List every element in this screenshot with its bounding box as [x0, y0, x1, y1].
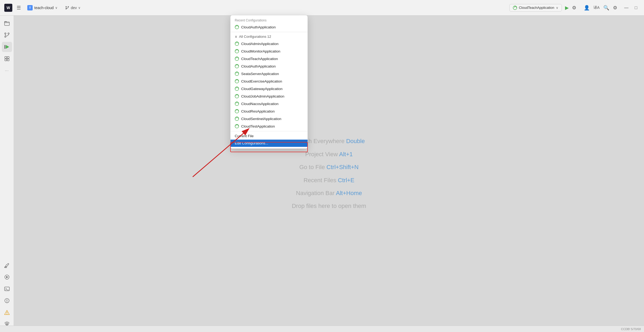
config-item-6[interactable]: CloudGatewayApplication [230, 85, 308, 92]
sidebar-item-git[interactable] [2, 30, 12, 40]
branch-name: dev [71, 6, 77, 10]
titlebar: W ☰ T teach-cloud ∨ dev ∨ CloudTeachAppl… [0, 0, 644, 16]
svg-point-8 [5, 36, 6, 38]
run-cfg-icon-4 [235, 72, 239, 76]
run-cfg-recent-icon [235, 25, 239, 29]
goto-hint: Go to File Ctrl+Shift+N [292, 161, 366, 174]
config-item-8[interactable]: CloudNacosApplication [230, 100, 308, 107]
maximize-button[interactable]: □ [632, 4, 640, 12]
config-item-2[interactable]: CloudTeachApplication [230, 55, 308, 62]
config-item-9[interactable]: CloudResApplication [230, 107, 308, 115]
sidebar: ··· [0, 16, 14, 332]
project-selector[interactable]: T teach-cloud ∨ [25, 4, 60, 12]
svg-rect-13 [7, 57, 9, 58]
recent-config-item[interactable]: CloudAuthApplication [230, 23, 308, 31]
svg-point-6 [5, 33, 6, 34]
run-cfg-icon-2 [235, 57, 239, 61]
svg-marker-10 [6, 45, 9, 49]
run-config-dropdown: Recent Configurations CloudAuthApplicati… [230, 15, 308, 149]
branch-selector[interactable]: dev ∨ [63, 5, 83, 11]
sidebar-item-warning[interactable] [2, 307, 12, 318]
run-cfg-icon-1 [235, 49, 239, 53]
sidebar-item-run-debug[interactable] [2, 42, 12, 52]
app-logo: W [4, 4, 12, 12]
collapse-icon: ∨ [235, 35, 237, 39]
branch-icon [65, 6, 69, 10]
run-cfg-icon-9 [235, 109, 239, 113]
settings-icon[interactable]: ⚙ [613, 5, 617, 11]
sidebar-item-folder[interactable] [2, 18, 12, 28]
sidebar-item-plugins[interactable] [2, 54, 12, 64]
project-name: teach-cloud [34, 6, 54, 10]
config-item-4[interactable]: SeataServerApplication [230, 70, 308, 77]
minimize-button[interactable]: — [623, 4, 630, 12]
main-content: Search Everywhere Double Project View Al… [14, 16, 644, 332]
run-cfg-icon-8 [235, 102, 239, 106]
sidebar-item-problems[interactable] [2, 296, 12, 306]
build-button[interactable]: ⚙ [572, 5, 576, 11]
all-configs-header[interactable]: ∨ All Configurations 12 [230, 33, 308, 40]
config-item-0[interactable]: CloudAdminApplication [230, 40, 308, 47]
svg-point-23 [6, 301, 7, 302]
config-item-11[interactable]: CloudTestApplication [230, 122, 308, 130]
statusbar: CCDB! 5/70/68 [0, 326, 644, 332]
run-config-icon [513, 6, 517, 10]
project-icon: T [27, 5, 33, 10]
divider-1 [230, 32, 308, 32]
run-button[interactable]: ▶ [565, 5, 569, 11]
edit-configurations-item[interactable]: Edit Configurations... [230, 140, 308, 147]
svg-rect-11 [5, 45, 5, 49]
branch-chevron-icon: ∨ [78, 6, 81, 10]
config-item-7[interactable]: CloudJobAdminApplication [230, 92, 308, 100]
sidebar-item-more[interactable]: ··· [2, 65, 12, 76]
hamburger-menu-icon[interactable]: ☰ [16, 4, 22, 12]
sidebar-item-run[interactable] [2, 272, 12, 282]
svg-point-27 [6, 323, 7, 325]
run-cfg-icon-5 [235, 79, 239, 83]
run-cfg-icon-3 [235, 64, 239, 68]
config-item-10[interactable]: CloudSentinelApplication [230, 115, 308, 122]
config-item-3[interactable]: CloudAuthApplication [230, 62, 308, 70]
divider-2 [230, 131, 308, 131]
search-icon[interactable]: 🔍 [603, 5, 609, 11]
run-cfg-icon-0 [235, 42, 239, 46]
current-file-item[interactable]: Current File [230, 132, 308, 140]
svg-point-1 [68, 6, 69, 7]
recent-section-title: Recent Configurations [230, 17, 308, 23]
project-chevron-icon: ∨ [55, 6, 58, 10]
edit-config-label: Edit Configurations... [235, 141, 268, 145]
config-item-5[interactable]: CloudExerciseApplication [230, 77, 308, 85]
sidebar-item-terminal[interactable] [2, 284, 12, 294]
svg-marker-18 [6, 276, 8, 278]
svg-rect-12 [5, 57, 7, 58]
run-cfg-icon-11 [235, 124, 239, 128]
translate-icon[interactable]: 译A [593, 5, 600, 10]
sidebar-bottom [2, 260, 12, 329]
recent-hint: Recent Files Ctrl+E [292, 174, 366, 187]
add-user-icon[interactable]: 👤 [584, 5, 590, 11]
navbar-hint: Navigation Bar Alt+Home [292, 187, 366, 200]
svg-rect-15 [7, 59, 9, 61]
run-config-name: CloudTeachApplication [519, 6, 554, 10]
run-cfg-icon-10 [235, 117, 239, 121]
titlebar-right-actions: 👤 译A 🔍 ⚙ [584, 5, 617, 11]
project-hint: Project View Alt+1 [292, 148, 366, 161]
svg-rect-19 [5, 287, 9, 291]
window-controls: — □ [623, 4, 640, 12]
sidebar-item-build[interactable] [2, 260, 12, 270]
svg-rect-5 [5, 22, 9, 25]
current-file-label: Current File [235, 134, 254, 138]
run-cfg-icon-7 [235, 94, 239, 98]
svg-point-0 [66, 6, 67, 7]
svg-rect-14 [5, 59, 7, 61]
run-config-chevron-icon: ∨ [556, 6, 558, 10]
statusbar-text: CCDB! 5/70/68 [621, 327, 641, 331]
drop-hint: Drop files here to open them [292, 200, 366, 212]
run-config-selector[interactable]: CloudTeachApplication ∨ [509, 4, 562, 12]
svg-point-7 [8, 33, 9, 34]
config-item-1[interactable]: CloudMonitorApplication [230, 47, 308, 55]
run-cfg-icon-6 [235, 87, 239, 91]
svg-point-25 [6, 314, 7, 314]
